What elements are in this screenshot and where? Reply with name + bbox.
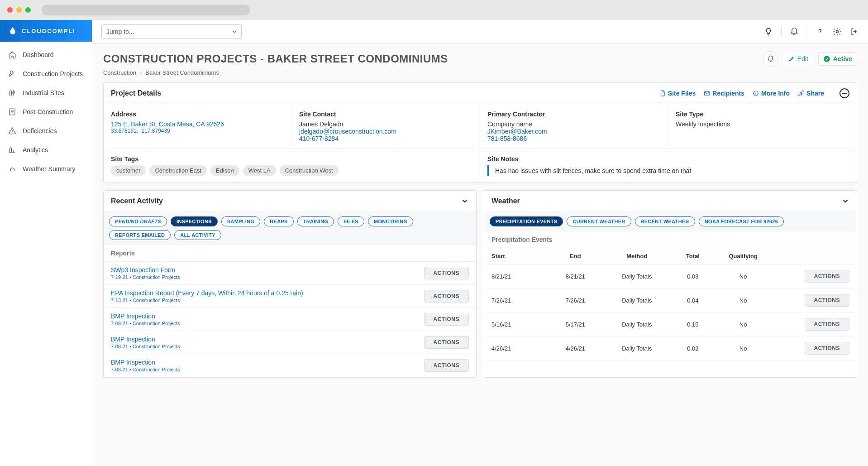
sidebar-item-label: Analytics <box>23 146 48 154</box>
window-close[interactable] <box>7 7 13 13</box>
sidebar-item-label: Post-Construction <box>23 108 73 115</box>
actions-button[interactable]: ACTIONS <box>805 270 850 283</box>
gear-icon[interactable] <box>833 27 842 36</box>
actions-button[interactable]: ACTIONS <box>424 359 469 372</box>
address-line[interactable]: 125 E. Baker St, Costa Mesa, CA 92626 <box>111 120 284 128</box>
window-minimize[interactable] <box>16 7 22 13</box>
cell-method: Daily Totals <box>603 345 670 352</box>
help-icon[interactable] <box>816 27 825 36</box>
tab-pill[interactable]: FILES <box>338 216 364 226</box>
status-active-badge[interactable]: Active <box>818 52 857 66</box>
sidebar-item[interactable]: Deficiencies <box>0 121 92 140</box>
sidebar-item[interactable]: Weather Summary <box>0 159 92 178</box>
tag[interactable]: Construction West <box>280 165 339 176</box>
bell-icon[interactable] <box>790 27 799 36</box>
address-coords[interactable]: 33.678191, -117.879439 <box>111 128 284 134</box>
weather-tabs: PRECIPITATION EVENTSCURRENT WEATHERRECEN… <box>484 212 857 231</box>
recipients-link[interactable]: Recipients <box>704 90 744 97</box>
sidebar-item-label: Weather Summary <box>23 165 75 173</box>
contractor-company: Company name <box>487 120 661 128</box>
sidebar-item[interactable]: Construction Projects <box>0 64 92 83</box>
tab-pill[interactable]: SAMPLING <box>221 216 260 226</box>
tab-pill[interactable]: PRECIPITATION EVENTS <box>490 216 563 226</box>
topbar-icons <box>764 26 859 37</box>
report-title[interactable]: SWp3 Inspection Form <box>111 266 419 274</box>
actions-button[interactable]: ACTIONS <box>805 342 850 355</box>
subscribe-bell-button[interactable] <box>763 51 778 67</box>
lightbulb-icon[interactable] <box>764 27 773 36</box>
actions-button[interactable]: ACTIONS <box>805 318 850 331</box>
tab-pill[interactable]: PENDING DRAFTS <box>109 216 167 226</box>
cell-end: 7/26/21 <box>548 297 604 304</box>
sidebar-item[interactable]: Industrial Sites <box>0 83 92 102</box>
url-bar[interactable] <box>42 5 250 15</box>
tab-pill[interactable]: RECENT WEATHER <box>635 216 695 226</box>
cell-qualifying: No <box>715 297 771 304</box>
sidebar-item[interactable]: Dashboard <box>0 45 92 64</box>
sidebar: CLOUDCOMPLI DashboardConstruction Projec… <box>0 20 92 466</box>
report-title[interactable]: EPA Inspection Report (Every 7 days, Wit… <box>111 289 419 297</box>
contractor-phone[interactable]: 781-858-8686 <box>487 135 661 142</box>
actions-button[interactable]: ACTIONS <box>805 294 850 307</box>
project-details-card: Project Details Site Files Recipients <box>103 82 857 183</box>
tags-cell: Site Tags customerConstruction EastEdiso… <box>104 149 480 183</box>
sidebar-item[interactable]: Post-Construction <box>0 102 92 121</box>
tag[interactable]: Construction East <box>149 165 207 176</box>
cell-qualifying: No <box>715 321 771 328</box>
chevron-down-icon[interactable] <box>841 197 849 205</box>
actions-button[interactable]: ACTIONS <box>424 313 469 326</box>
nav-icon <box>8 146 16 154</box>
sidebar-item-label: Industrial Sites <box>23 89 64 96</box>
tab-pill[interactable]: CURRENT WEATHER <box>567 216 631 226</box>
weather-subhead: Precipitation Events <box>484 231 857 248</box>
tab-pill[interactable]: MONITORING <box>368 216 413 226</box>
contractor-email[interactable]: JKimber@Baker.com <box>487 128 661 135</box>
tab-pill[interactable]: REAPS <box>264 216 293 226</box>
cell-qualifying: No <box>715 273 771 280</box>
report-title[interactable]: BMP Inspection <box>111 359 419 366</box>
tag[interactable]: West LA <box>243 165 276 176</box>
cell-method: Daily Totals <box>603 321 670 328</box>
weather-row: 5/16/215/17/21Daily Totals0.15NoACTIONS <box>484 312 857 336</box>
info-icon <box>753 90 759 96</box>
jump-to-select[interactable]: Jump to... <box>101 24 242 39</box>
svg-point-2 <box>824 56 830 62</box>
tab-pill[interactable]: ALL ACTIVITY <box>174 230 221 240</box>
tab-pill[interactable]: TRAINING <box>297 216 334 226</box>
breadcrumb-item[interactable]: Baker Street Condominiums <box>145 69 219 76</box>
breadcrumb-item[interactable]: Construction <box>103 69 136 76</box>
nav-icon <box>8 70 16 78</box>
browser-chrome <box>0 0 868 20</box>
separator <box>807 26 807 37</box>
sidebar-item[interactable]: Analytics <box>0 140 92 159</box>
site-files-link[interactable]: Site Files <box>659 90 696 97</box>
contact-cell: Site Contact James Delgado jdelgado@crou… <box>292 104 480 149</box>
tag[interactable]: Edison <box>210 165 239 176</box>
collapse-toggle[interactable] <box>839 88 849 98</box>
report-title[interactable]: BMP Inspection <box>111 312 419 320</box>
share-link[interactable]: Share <box>798 90 824 97</box>
more-info-link[interactable]: More Info <box>753 90 790 97</box>
svg-point-1 <box>836 31 839 33</box>
tab-pill[interactable]: REPORTS EMAILED <box>109 230 171 240</box>
tag[interactable]: customer <box>111 165 146 176</box>
brand-logo[interactable]: CLOUDCOMPLI <box>0 20 92 42</box>
report-title[interactable]: BMP Inspection <box>111 336 419 343</box>
nav-icon <box>8 108 16 116</box>
share-icon <box>798 90 804 96</box>
contact-email[interactable]: jdelgado@crouseconstruction.com <box>299 128 472 135</box>
logout-icon[interactable] <box>850 27 859 36</box>
contact-phone[interactable]: 410-677-8284 <box>299 135 472 142</box>
cell-total: 0.04 <box>671 297 715 304</box>
envelope-icon <box>704 90 710 96</box>
actions-button[interactable]: ACTIONS <box>424 290 469 303</box>
window-maximize[interactable] <box>25 7 31 13</box>
tab-pill[interactable]: INSPECTIONS <box>171 216 218 226</box>
actions-button[interactable]: ACTIONS <box>424 336 469 349</box>
actions-button[interactable]: ACTIONS <box>424 267 469 279</box>
chevron-down-icon[interactable] <box>461 197 469 205</box>
panel-title: Recent Activity <box>111 197 461 205</box>
edit-button[interactable]: Edit <box>784 53 813 65</box>
tab-pill[interactable]: NOAA FORECAST FOR 92626 <box>699 216 784 226</box>
file-icon <box>659 90 666 96</box>
